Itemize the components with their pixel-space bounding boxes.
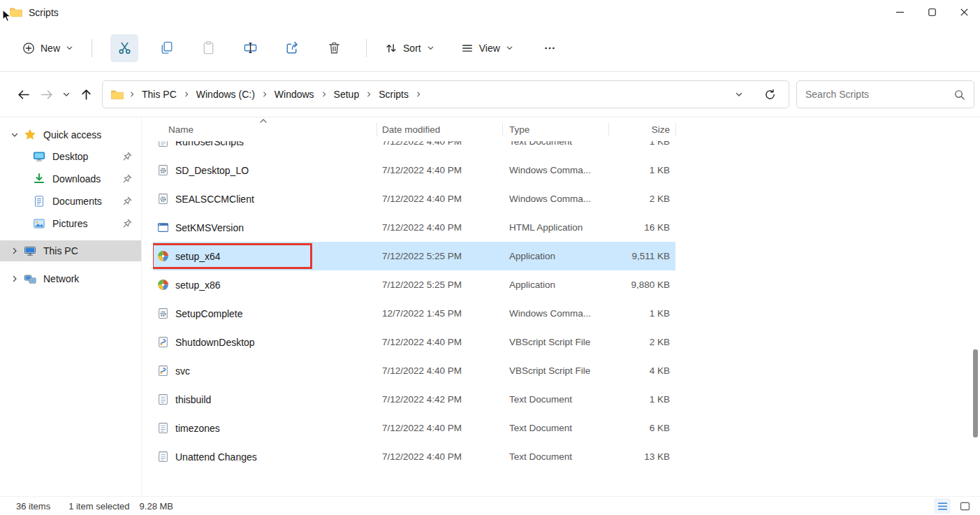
title-bar: Scripts xyxy=(0,0,980,24)
column-divider[interactable] xyxy=(502,123,503,136)
file-date-modified: 7/12/2022 5:25 PM xyxy=(376,280,502,290)
close-icon xyxy=(960,8,968,16)
file-row[interactable]: SetKMSVersion 7/12/2022 4:40 PM HTML App… xyxy=(153,213,675,242)
breadcrumb-chevron-icon[interactable] xyxy=(365,91,372,98)
file-date-modified: 7/12/2022 4:40 PM xyxy=(376,165,502,175)
chevron-down-icon[interactable] xyxy=(6,126,24,144)
file-type: HTML Application xyxy=(502,222,608,233)
maximize-icon xyxy=(928,8,936,16)
file-name: SetupComplete xyxy=(175,308,243,319)
file-name: SD_Desktop_LO xyxy=(175,165,249,176)
search-input[interactable] xyxy=(805,89,953,100)
sort-button[interactable]: Sort xyxy=(378,36,441,60)
back-arrow-icon xyxy=(17,88,30,101)
sidebar-item-desktop[interactable]: Desktop xyxy=(0,145,141,168)
file-row[interactable]: svc 7/12/2022 4:40 PM VBScript Script Fi… xyxy=(153,356,675,385)
file-row[interactable]: Unattend Changes 7/12/2022 4:40 PM Text … xyxy=(153,442,675,471)
rename-button[interactable] xyxy=(236,34,264,62)
sidebar-item-downloads[interactable]: Downloads xyxy=(0,168,141,190)
pin-icon xyxy=(122,151,133,162)
breadcrumb-chevron-icon[interactable] xyxy=(261,91,268,98)
breadcrumb-item[interactable]: Windows xyxy=(273,86,316,103)
file-row[interactable]: setup_x86 7/12/2022 5:25 PM Application … xyxy=(153,270,675,299)
column-divider[interactable] xyxy=(376,123,377,136)
address-dropdown-button[interactable] xyxy=(731,82,747,106)
file-type-icon xyxy=(157,336,169,348)
folder-icon xyxy=(10,7,22,17)
breadcrumb-chevron-icon[interactable] xyxy=(129,91,136,98)
chevron-down-icon xyxy=(506,44,513,52)
up-button[interactable] xyxy=(74,82,98,106)
back-button[interactable] xyxy=(11,82,35,106)
file-name: svc xyxy=(175,365,190,377)
file-list-pane: Name Date modified Type Size RunUserScri… xyxy=(141,117,980,496)
column-header-type[interactable]: Type xyxy=(502,124,608,135)
breadcrumb-item[interactable]: This PC xyxy=(140,86,178,103)
file-row[interactable]: thisbuild 7/12/2022 4:42 PM Text Documen… xyxy=(153,385,675,414)
sidebar-item-this-pc[interactable]: This PC xyxy=(0,240,141,261)
more-options-button[interactable] xyxy=(536,34,564,62)
file-row[interactable]: RunUserScripts 7/12/2022 4:40 PM Text Do… xyxy=(153,141,675,156)
breadcrumb-item[interactable]: Scripts xyxy=(377,86,410,103)
recent-locations-button[interactable] xyxy=(59,82,74,106)
breadcrumb-item[interactable]: Setup xyxy=(332,86,361,103)
sidebar-item-label: Quick access xyxy=(43,129,101,140)
details-view-button[interactable] xyxy=(934,498,951,514)
new-button[interactable]: New xyxy=(15,36,80,60)
file-row[interactable]: Unattend 7/12/2022 4:40 PM HTML Applicat… xyxy=(153,471,675,472)
column-header-date-modified[interactable]: Date modified xyxy=(376,124,502,135)
selection-size: 9.28 MB xyxy=(140,501,173,512)
sidebar-item-quick-access[interactable]: Quick access xyxy=(0,124,141,145)
status-bar: 36 items 1 item selected 9.28 MB xyxy=(0,496,980,515)
address-bar[interactable]: This PC Windows (C:) Windows Setup Scrip… xyxy=(102,80,789,108)
breadcrumb-chevron-icon[interactable] xyxy=(415,91,422,98)
column-header-name[interactable]: Name xyxy=(153,124,376,135)
vertical-scrollbar-thumb[interactable] xyxy=(973,349,978,437)
close-button[interactable] xyxy=(948,0,980,24)
view-lines-icon xyxy=(461,42,474,55)
file-row[interactable]: SetupComplete 12/7/2022 1:45 PM Windows … xyxy=(153,299,675,328)
file-type: Text Document xyxy=(502,451,608,462)
paste-button xyxy=(194,34,222,62)
file-name: RunUserScripts xyxy=(175,141,244,147)
view-button[interactable]: View xyxy=(454,36,520,60)
rename-icon xyxy=(243,41,258,55)
file-row[interactable]: timezones 7/12/2022 4:40 PM Text Documen… xyxy=(153,414,675,442)
sidebar-item-label: This PC xyxy=(43,245,78,256)
chevron-right-icon[interactable] xyxy=(6,270,24,288)
forward-button xyxy=(35,82,59,106)
maximize-button[interactable] xyxy=(916,0,948,24)
sidebar-item-label: Network xyxy=(43,273,79,284)
share-button[interactable] xyxy=(278,34,306,62)
copy-button[interactable] xyxy=(152,34,180,62)
file-name: setup_x64 xyxy=(175,251,221,262)
column-header-size[interactable]: Size xyxy=(608,124,675,135)
breadcrumb-item[interactable]: Windows (C:) xyxy=(195,86,256,103)
file-type: Text Document xyxy=(502,394,608,405)
file-row[interactable]: setup_x64 7/12/2022 5:25 PM Application … xyxy=(153,242,675,270)
minimize-button[interactable] xyxy=(884,0,916,24)
thumbnail-view-button[interactable] xyxy=(956,498,973,514)
file-row[interactable]: SD_Desktop_LO 7/12/2022 4:40 PM Windows … xyxy=(153,156,675,184)
refresh-button[interactable] xyxy=(762,82,777,106)
selection-count: 1 item selected xyxy=(68,501,129,512)
file-date-modified: 12/7/2022 1:45 PM xyxy=(376,308,502,319)
column-divider[interactable] xyxy=(675,123,676,136)
file-date-modified: 7/12/2022 4:42 PM xyxy=(376,394,502,405)
delete-button[interactable] xyxy=(320,34,348,62)
file-row[interactable]: SEALSCCMClient 7/12/2022 4:40 PM Windows… xyxy=(153,184,675,213)
chevron-right-icon[interactable] xyxy=(6,242,24,260)
cut-button[interactable] xyxy=(110,34,138,62)
breadcrumb-chevron-icon[interactable] xyxy=(183,91,190,98)
sidebar-item-pictures[interactable]: Pictures xyxy=(0,212,141,235)
file-name: ShutdownDesktop xyxy=(175,337,255,348)
breadcrumb-chevron-icon[interactable] xyxy=(321,91,328,98)
sidebar-item-network[interactable]: Network xyxy=(0,268,141,289)
sidebar-item-documents[interactable]: Documents xyxy=(0,190,141,212)
file-date-modified: 7/12/2022 4:40 PM xyxy=(376,451,502,462)
search-icon[interactable] xyxy=(953,89,965,101)
search-box[interactable] xyxy=(796,80,974,108)
file-date-modified: 7/12/2022 4:40 PM xyxy=(376,423,502,433)
column-divider[interactable] xyxy=(608,123,609,136)
file-row[interactable]: ShutdownDesktop 7/12/2022 4:40 PM VBScri… xyxy=(153,328,675,356)
